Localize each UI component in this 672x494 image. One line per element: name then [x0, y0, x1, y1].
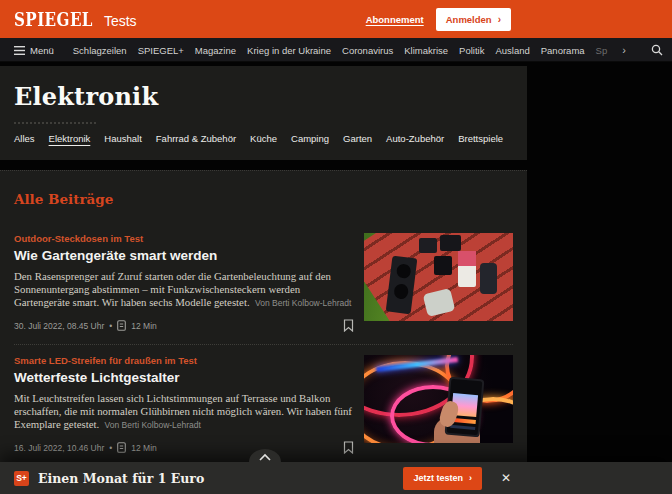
bookmark-button[interactable]: [343, 441, 354, 454]
tab-elektronik[interactable]: Elektronik: [49, 133, 91, 144]
smart-plug-graphic: [440, 235, 461, 252]
category-tabs: Alles Elektronik Haushalt Fahrrad & Zube…: [14, 133, 513, 144]
meta-separator: •: [109, 321, 112, 331]
smart-plug-graphic: [434, 256, 452, 275]
bookmark-icon: [343, 319, 354, 332]
article-feed-section: Alle Beiträge Outdoor-Steckdosen im Test…: [0, 170, 527, 494]
banner-expand-notch[interactable]: [249, 449, 281, 475]
article-meta: 16. Juli 2022, 10.46 Uhr • 12 Min: [14, 441, 354, 454]
spiegel-plus-badge: S+: [14, 471, 29, 486]
tab-alles[interactable]: Alles: [14, 133, 35, 144]
nav-item-spiegel-plus[interactable]: SPIEGEL+: [138, 45, 184, 56]
logo-spiegel-wordmark: SPIEGEL: [14, 9, 93, 30]
spiegel-tests-logo[interactable]: SPIEGEL Tests: [14, 9, 137, 30]
tab-garten[interactable]: Garten: [343, 133, 372, 144]
nav-item-schlagzeilen[interactable]: Schlagzeilen: [73, 45, 127, 56]
tab-camping[interactable]: Camping: [291, 133, 329, 144]
search-icon: [651, 44, 663, 56]
tab-brettspiele[interactable]: Brettspiele: [458, 133, 503, 144]
banner-close-button[interactable]: ✕: [501, 471, 511, 485]
article-title[interactable]: Wie Gartengeräte smart werden: [14, 248, 354, 263]
smart-plug-graphic: [480, 263, 496, 294]
nav-item-panorama[interactable]: Panorama: [541, 45, 585, 56]
article-meta: 30. Juli 2022, 08.45 Uhr • 12 Min: [14, 319, 354, 332]
article-author: Von Berti Kolbow-Lehradt: [255, 298, 351, 308]
packaging-box-graphic: [458, 251, 476, 286]
nav-item-magazine[interactable]: Magazine: [195, 45, 236, 56]
article-date: 16. Juli 2022, 10.46 Uhr: [14, 443, 104, 453]
reading-time-icon: [117, 442, 126, 453]
nav-item-sport-truncated[interactable]: Sp: [596, 45, 608, 56]
tab-kueche[interactable]: Küche: [250, 133, 277, 144]
dotted-divider: [14, 122, 96, 124]
article-title[interactable]: Wetterfeste Lichtgestalter: [14, 370, 354, 385]
nav-item-politik[interactable]: Politik: [459, 45, 484, 56]
main-nav: Menü Schlagzeilen SPIEGEL+ Magazine Krie…: [0, 38, 672, 62]
hamburger-icon: [14, 46, 25, 55]
article-description: Mit Leuchtstreifen lassen sich Lichtstim…: [14, 392, 354, 432]
nav-more-chevron-icon[interactable]: ›: [622, 44, 626, 56]
logo-tests-label: Tests: [104, 13, 137, 29]
close-icon: ✕: [501, 471, 511, 485]
search-button[interactable]: [651, 44, 663, 56]
article-description: Den Rasensprenger auf Zuruf starten oder…: [14, 270, 354, 310]
jetzt-testen-button[interactable]: Jetzt testen ›: [403, 467, 482, 490]
category-header-section: Elektronik Alles Elektronik Haushalt Fah…: [0, 66, 527, 160]
page-root: SPIEGEL Tests Abonnement Anmelden › Men: [0, 0, 672, 494]
chevron-right-icon: ›: [498, 14, 501, 25]
nav-item-krieg-ukraine[interactable]: Krieg in der Ukraine: [247, 45, 331, 56]
tab-haushalt[interactable]: Haushalt: [104, 133, 142, 144]
article-author: Von Berti Kolbow-Lehradt: [105, 420, 201, 430]
anmelden-button[interactable]: Anmelden ›: [436, 8, 511, 31]
article-date: 30. Juli 2022, 08.45 Uhr: [14, 321, 104, 331]
bookmark-button[interactable]: [343, 319, 354, 332]
main-content: Elektronik Alles Elektronik Haushalt Fah…: [0, 66, 672, 494]
article-kicker[interactable]: Smarte LED-Streifen für draußen im Test: [14, 355, 354, 366]
cta-label: Jetzt testen: [413, 473, 463, 483]
subscription-banner: S+ Einen Monat für 1 Euro Jetzt testen ›…: [0, 462, 672, 494]
chevron-right-icon: ›: [469, 473, 472, 483]
page-title: Elektronik: [14, 82, 513, 111]
bookmark-icon: [343, 441, 354, 454]
anmelden-label: Anmelden: [446, 14, 492, 25]
article-thumbnail-garden-plugs[interactable]: [364, 233, 513, 321]
smart-plug-graphic: [419, 238, 437, 253]
banner-offer-text: Einen Monat für 1 Euro: [38, 471, 204, 486]
nav-item-ausland[interactable]: Ausland: [495, 45, 529, 56]
chevron-up-icon: [258, 453, 272, 462]
feed-heading: Alle Beiträge: [14, 171, 513, 207]
article-card-outdoor-steckdosen: Outdoor-Steckdosen im Test Wie Gartenger…: [14, 233, 513, 345]
abonnement-link[interactable]: Abonnement: [366, 14, 424, 25]
nav-item-coronavirus[interactable]: Coronavirus: [342, 45, 393, 56]
reading-time: 12 Min: [131, 321, 157, 331]
meta-separator: •: [109, 443, 112, 453]
reading-time-icon: [117, 320, 126, 331]
menu-label: Menü: [30, 45, 54, 56]
tab-auto-zubehoer[interactable]: Auto-Zubehör: [386, 133, 444, 144]
site-header: SPIEGEL Tests Abonnement Anmelden ›: [0, 0, 672, 38]
nav-item-klimakrise[interactable]: Klimakrise: [404, 45, 448, 56]
reading-time: 12 Min: [131, 443, 157, 453]
article-thumbnail-led-strips[interactable]: [364, 355, 513, 443]
menu-button[interactable]: Menü: [14, 45, 54, 56]
tab-fahrrad-zubehoer[interactable]: Fahrrad & Zubehör: [156, 133, 236, 144]
article-kicker[interactable]: Outdoor-Steckdosen im Test: [14, 233, 354, 244]
